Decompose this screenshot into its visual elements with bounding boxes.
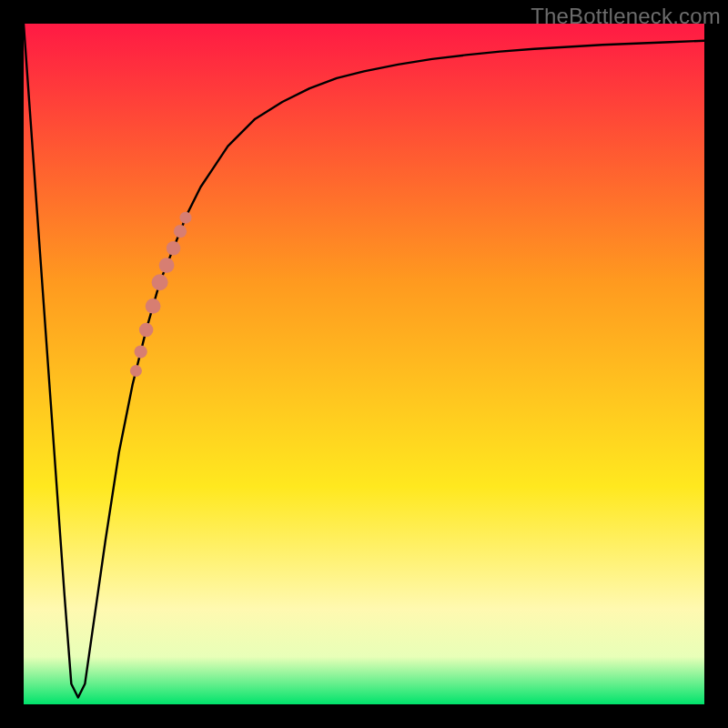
- highlight-dot: [146, 298, 161, 314]
- gradient-background: [24, 24, 704, 704]
- highlight-dot: [139, 323, 154, 338]
- watermark-text: TheBottleneck.com: [531, 4, 721, 29]
- chart-frame: TheBottleneck.com: [0, 0, 728, 728]
- highlight-dot: [135, 345, 147, 358]
- highlight-dot: [167, 241, 181, 256]
- highlight-dot: [180, 212, 192, 224]
- highlight-dot: [174, 225, 187, 238]
- highlight-dot: [130, 365, 142, 377]
- highlight-dot: [152, 274, 168, 290]
- chart-svg: [24, 24, 704, 704]
- highlight-dot: [159, 258, 175, 273]
- plot-area: [24, 24, 704, 704]
